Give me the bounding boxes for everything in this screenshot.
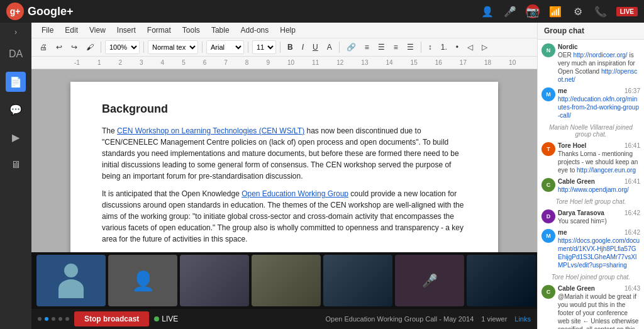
font-select[interactable]: Arial	[206, 40, 244, 54]
sidebar-icon-video[interactable]: ▶	[6, 127, 26, 147]
chat-time-cable2: 16:43	[625, 285, 640, 292]
settings-icon[interactable]: ⚙	[571, 4, 585, 18]
video-thumb-2[interactable]: 👤	[108, 255, 177, 306]
sidebar-icon-chat[interactable]: 💬	[6, 99, 26, 120]
sidebar-icon-doc[interactable]: 📄	[6, 72, 26, 92]
video-thumb-4[interactable]	[252, 255, 321, 306]
app-logo[interactable]: g+ Google+	[6, 3, 74, 20]
divider5	[280, 42, 280, 53]
divider7	[421, 42, 421, 53]
sidebar-icon-screen[interactable]: 🖥	[6, 155, 26, 175]
menu-edit[interactable]: Edit	[60, 24, 83, 36]
signal-icon[interactable]: 📶	[548, 4, 562, 18]
menu-help[interactable]: Help	[275, 24, 301, 36]
video-thumb-5[interactable]	[323, 255, 392, 306]
video-thumb-7[interactable]	[467, 255, 536, 306]
sidebar-toggle[interactable]: ›	[14, 28, 17, 36]
link-gdoc[interactable]: https://docs.google.com/document/d/1KVX-…	[558, 237, 640, 269]
stop-broadcast-button[interactable]: Stop broadcast	[74, 311, 149, 326]
color-btn[interactable]: A	[324, 42, 335, 53]
bold-btn[interactable]: B	[284, 42, 296, 53]
chat-text-cable2: @Mariah it would be great if you would p…	[558, 293, 640, 329]
link-okfn[interactable]: http://education.okfn.org/minutes-from-2…	[558, 96, 639, 119]
video-thumb-6[interactable]: 🎤	[395, 255, 464, 306]
align-justify-btn[interactable]: ☰	[404, 42, 417, 53]
avatar-tore: T	[541, 142, 555, 156]
divider2	[143, 42, 144, 53]
underline-btn[interactable]: U	[309, 42, 321, 53]
align-left-btn[interactable]: ≡	[362, 42, 372, 53]
video-thumb-1[interactable]	[36, 255, 106, 306]
chat-message-nordic: N Nordic OER http://nordicoer.org/ is ve…	[541, 43, 640, 84]
left-sidebar: › DA 📄 💬 ▶ 🖥	[0, 23, 31, 329]
paint-format-btn[interactable]: 🖌	[83, 42, 97, 53]
chat-message-cable2: C Cable Green 16:43 @Mariah it would be …	[541, 285, 640, 329]
italic-btn[interactable]: I	[299, 42, 307, 53]
dot-3[interactable]	[52, 317, 55, 321]
chat-text-cable1: http://www.opendjam.org/	[558, 186, 640, 194]
list-ul-btn[interactable]: •	[453, 42, 462, 53]
person-icon[interactable]: 👤	[480, 4, 494, 18]
chat-name-cable1: Cable Green	[558, 178, 595, 185]
dot-4[interactable]	[58, 317, 62, 321]
doc-toolbar: File Edit View Insert Format Tools Table…	[31, 23, 537, 57]
line-spacing-btn[interactable]: ↕	[425, 42, 435, 53]
dot-2[interactable]	[45, 317, 48, 321]
dot-1[interactable]	[38, 317, 42, 321]
chat-name-tore: Tore Hoel	[558, 142, 586, 149]
chat-time-me2: 16:42	[625, 229, 640, 236]
chat-messages[interactable]: N Nordic OER http://nordicoer.org/ is ve…	[538, 40, 644, 329]
link-opendjam[interactable]: http://www.opendjam.org/	[558, 186, 629, 193]
video-thumb-3[interactable]	[180, 255, 249, 306]
print-btn[interactable]: 🖨	[36, 42, 50, 53]
avatar-me1: M	[541, 87, 555, 101]
link-openscot[interactable]: http://openscot.net/	[558, 68, 637, 83]
google-plus-icon: g+	[6, 3, 24, 20]
size-select[interactable]: 11	[252, 40, 276, 54]
doc-link-cen[interactable]: CEN Workshop on Learning Technologies (C…	[117, 126, 304, 135]
link-langcer[interactable]: http://langcer.eun.org	[577, 167, 636, 174]
menu-addons[interactable]: Add-ons	[236, 24, 274, 36]
app-name: Google+	[28, 5, 74, 18]
camera-icon[interactable]: 📷	[526, 4, 540, 18]
style-select[interactable]: Normal text	[148, 40, 198, 54]
align-center-btn[interactable]: ☰	[375, 42, 388, 53]
zoom-select[interactable]: 100%	[105, 40, 140, 54]
indent-less-btn[interactable]: ◁	[464, 42, 476, 53]
chat-time-cable1: 16:41	[625, 178, 640, 185]
menu-format[interactable]: Format	[142, 24, 176, 36]
bubble-tore: Tore Hoel 16:41 Thanks Lorna - mentionin…	[558, 142, 640, 174]
chat-text-nordic: OER http://nordicoer.org/ is very much a…	[558, 51, 640, 84]
menu-table[interactable]: Table	[206, 24, 235, 36]
chat-header: Group chat	[538, 23, 644, 40]
link-btn[interactable]: 🔗	[343, 42, 359, 53]
slide-dots	[38, 317, 69, 321]
format-bar: 🖨 ↩ ↪ 🖌 100% Normal text Arial 11	[31, 38, 537, 56]
microphone-icon[interactable]: 🎤	[503, 4, 517, 18]
menu-view[interactable]: View	[84, 24, 111, 36]
menu-insert[interactable]: Insert	[112, 24, 141, 36]
dot-5[interactable]	[65, 317, 69, 321]
chat-text-me2: https://docs.google.com/document/d/1KVX-…	[558, 237, 640, 269]
live-label: LIVE	[162, 315, 178, 323]
menu-tools[interactable]: Tools	[177, 24, 205, 36]
bubble-cable2: Cable Green 16:43 @Mariah it would be gr…	[558, 285, 640, 329]
doc-page: Background The CEN Workshop on Learning …	[70, 82, 498, 252]
doc-area: File Edit View Insert Format Tools Table…	[31, 23, 537, 329]
align-right-btn[interactable]: ≡	[391, 42, 401, 53]
sidebar-icon-1[interactable]: DA	[6, 44, 26, 64]
menu-file[interactable]: File	[36, 24, 58, 36]
link-nordicoer[interactable]: http://nordicoer.org/	[573, 52, 627, 59]
links-label[interactable]: Links	[514, 315, 531, 323]
undo-btn[interactable]: ↩	[53, 42, 65, 53]
chat-message-me2: M me 16:42 https://docs.google.com/docum…	[541, 229, 640, 269]
phone-icon[interactable]: 📞	[594, 4, 608, 18]
doc-link-oewg[interactable]: Open Education Working Group	[242, 189, 348, 198]
divider1	[101, 42, 101, 53]
redo-btn[interactable]: ↪	[68, 42, 80, 53]
live-indicator: LIVE	[154, 315, 178, 323]
list-ol-btn[interactable]: 1.	[438, 42, 450, 53]
doc-page-container[interactable]: Background The CEN Workshop on Learning …	[31, 69, 537, 252]
indent-more-btn[interactable]: ▷	[479, 42, 491, 53]
divider6	[339, 42, 340, 53]
